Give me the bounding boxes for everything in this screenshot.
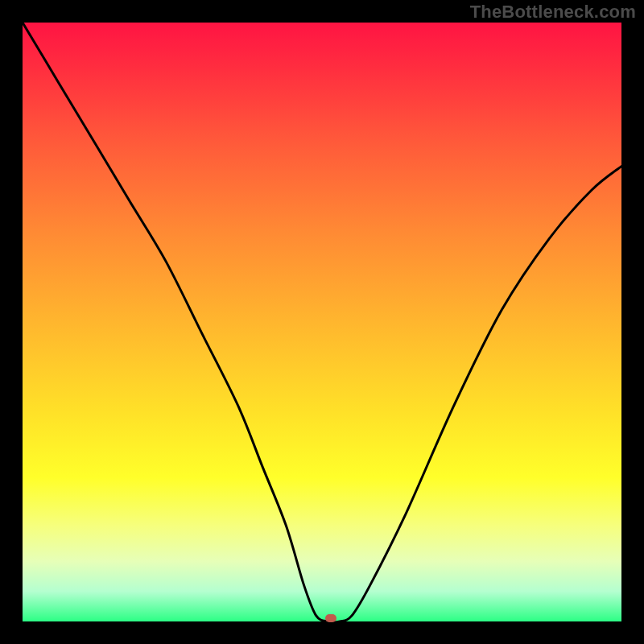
min-marker (325, 614, 336, 622)
chart-frame: TheBottleneck.com (0, 0, 644, 644)
curve-svg (23, 23, 621, 621)
watermark-text: TheBottleneck.com (470, 2, 636, 23)
bottleneck-curve-path (23, 23, 621, 622)
plot-area (23, 23, 621, 621)
